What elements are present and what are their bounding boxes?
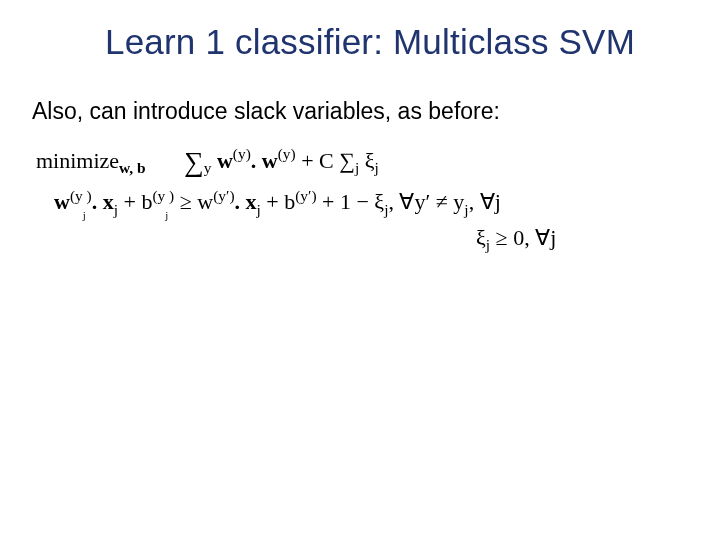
plus-one-xi: + 1 − ξ: [317, 189, 385, 214]
sum1-sub: y: [204, 159, 212, 176]
nonneg-line: ξj ≥ 0, ∀j: [476, 221, 720, 257]
intro-text: Also, can introduce slack variables, as …: [32, 98, 720, 125]
w1-sup: (y): [233, 145, 251, 162]
plus-b2: + b: [261, 189, 295, 214]
slide-title: Learn 1 classifier: Multiclass SVM: [60, 22, 680, 62]
w3: w: [54, 189, 70, 214]
x2: . x: [235, 189, 257, 214]
forall-y: , ∀y′ ≠ y: [388, 189, 464, 214]
w2-sup: (y): [278, 145, 296, 162]
geq-w: ≥ w: [174, 189, 213, 214]
objective-line: minimizew, b ∑y w(y). w(y) + C ∑j ξj: [36, 141, 720, 184]
x1: . x: [92, 189, 114, 214]
minimize-sub: w, b: [119, 159, 146, 176]
minimize-word: minimize: [36, 148, 119, 173]
xi1: ξ: [359, 148, 374, 173]
geq0: ≥ 0, ∀j: [490, 225, 556, 250]
w2: . w: [251, 148, 278, 173]
xi3: ξ: [476, 225, 486, 250]
plus-c: + C ∑: [296, 148, 355, 173]
forall-j1: , ∀j: [469, 189, 501, 214]
w1: w: [217, 148, 233, 173]
formula-block: minimizew, b ∑y w(y). w(y) + C ∑j ξj w(y…: [36, 141, 720, 257]
w3-sup: (yj ): [70, 187, 92, 204]
plus-b1: + b: [118, 189, 152, 214]
w4-sup: (y′): [213, 187, 234, 204]
constraint-line: w(yj ). xj + b(yj ) ≥ w(y′). xj + b(y′) …: [54, 184, 720, 222]
b1-sup: (yj ): [152, 187, 174, 204]
xi1-sub: j: [374, 159, 378, 176]
b2-sup: (y′): [295, 187, 316, 204]
sum1: ∑: [184, 146, 204, 177]
